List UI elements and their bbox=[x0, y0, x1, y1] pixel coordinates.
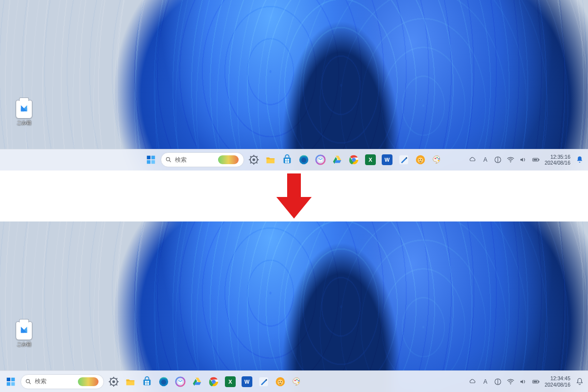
svg-rect-17 bbox=[285, 159, 287, 161]
ime-mode-indicator[interactable]: A bbox=[483, 378, 487, 385]
svg-rect-20 bbox=[287, 161, 289, 163]
svg-line-15 bbox=[256, 156, 258, 158]
taskbar-app-pen-app[interactable] bbox=[257, 375, 270, 389]
taskbar-app-word[interactable]: W bbox=[380, 153, 394, 167]
taskbar-app-settings[interactable] bbox=[247, 153, 261, 167]
clock-time: 12:34:45 bbox=[544, 375, 570, 381]
svg-rect-45 bbox=[11, 382, 15, 385]
svg-rect-2 bbox=[147, 160, 150, 164]
tray-ime-toggle-icon[interactable] bbox=[493, 377, 502, 386]
search-placeholder: 検索 bbox=[175, 156, 215, 164]
tray-volume-icon[interactable] bbox=[519, 155, 528, 164]
svg-point-73 bbox=[279, 381, 280, 382]
svg-line-5 bbox=[170, 161, 171, 162]
tray-battery-icon[interactable] bbox=[532, 155, 540, 164]
notifications-icon[interactable] bbox=[575, 377, 584, 386]
taskbar-app-excel[interactable]: X bbox=[364, 153, 377, 167]
taskbar-app-chrome[interactable] bbox=[347, 153, 361, 167]
tray-ime-a-icon[interactable]: A bbox=[481, 155, 490, 164]
svg-line-54 bbox=[110, 378, 112, 379]
ime-mode-indicator[interactable]: A bbox=[483, 156, 487, 163]
start-button[interactable] bbox=[4, 375, 18, 389]
tray-volume-icon[interactable] bbox=[519, 377, 528, 386]
svg-point-36 bbox=[438, 160, 439, 162]
svg-rect-19 bbox=[285, 161, 287, 163]
wallpaper bbox=[0, 0, 588, 171]
svg-rect-83 bbox=[534, 381, 538, 382]
recycle-bin-icon bbox=[16, 100, 32, 119]
recycle-bin-label: ごみ箱 bbox=[11, 341, 37, 348]
taskbar-app-google-drive[interactable] bbox=[330, 153, 344, 167]
svg-line-13 bbox=[256, 162, 258, 164]
taskbar-app-chrome[interactable] bbox=[207, 375, 220, 389]
svg-rect-82 bbox=[539, 381, 540, 382]
taskbar-app-outlook-new[interactable] bbox=[314, 153, 327, 167]
svg-point-78 bbox=[297, 382, 299, 383]
tray-wifi-icon[interactable] bbox=[506, 155, 515, 164]
taskbar-search[interactable]: 検索 bbox=[21, 374, 104, 389]
taskbar-app-word[interactable]: W bbox=[240, 375, 254, 389]
taskbar-app-lion-app[interactable] bbox=[414, 153, 427, 167]
svg-rect-59 bbox=[145, 381, 147, 383]
taskbar-search[interactable]: 検索 bbox=[161, 152, 244, 167]
taskbar-app-microsoft-store[interactable] bbox=[280, 153, 294, 167]
taskbar-app-paint[interactable] bbox=[290, 375, 304, 389]
taskbar-app-microsoft-store[interactable] bbox=[140, 375, 154, 389]
svg-point-77 bbox=[298, 380, 299, 381]
search-icon bbox=[25, 378, 32, 385]
taskbar-app-outlook-new[interactable] bbox=[173, 375, 187, 389]
search-icon bbox=[165, 156, 172, 163]
recycle-bin[interactable]: ごみ箱 bbox=[11, 100, 37, 126]
taskbar-app-edge[interactable] bbox=[297, 153, 311, 167]
svg-point-34 bbox=[437, 157, 438, 159]
search-highlight-icon bbox=[78, 377, 98, 386]
svg-point-69 bbox=[212, 380, 215, 383]
system-tray: A12:34:452024/08/16 bbox=[468, 371, 584, 392]
taskbar-app-google-drive[interactable] bbox=[190, 375, 204, 389]
svg-point-7 bbox=[252, 159, 255, 162]
svg-rect-42 bbox=[7, 377, 10, 381]
taskbar-app-lion-app[interactable] bbox=[273, 375, 287, 389]
wallpaper bbox=[0, 221, 588, 392]
svg-rect-44 bbox=[7, 382, 10, 385]
svg-point-76 bbox=[296, 379, 298, 380]
svg-point-80 bbox=[510, 383, 511, 384]
svg-line-12 bbox=[250, 156, 252, 158]
tray-battery-icon[interactable] bbox=[532, 377, 540, 386]
svg-point-4 bbox=[166, 158, 170, 161]
svg-rect-58 bbox=[144, 379, 151, 385]
search-highlight-icon bbox=[218, 155, 239, 164]
svg-rect-61 bbox=[145, 383, 147, 385]
svg-point-38 bbox=[510, 162, 511, 163]
desktop-after: ごみ箱 検索 XW A12:34:452024/08/16 bbox=[0, 221, 588, 392]
svg-point-75 bbox=[294, 379, 296, 381]
taskbar-app-file-explorer[interactable] bbox=[264, 153, 277, 167]
taskbar-main-cluster: 検索 XW bbox=[4, 374, 304, 389]
svg-rect-60 bbox=[147, 381, 149, 383]
taskbar-app-pen-app[interactable] bbox=[397, 153, 411, 167]
taskbar-app-excel[interactable]: X bbox=[223, 375, 237, 389]
tray-onedrive-icon[interactable] bbox=[468, 155, 477, 164]
recycle-bin[interactable]: ごみ箱 bbox=[11, 321, 37, 348]
recycle-bin-label: ごみ箱 bbox=[11, 120, 37, 126]
taskbar-clock[interactable]: 12:35:162024/08/16 bbox=[544, 154, 571, 166]
desktop-before: ごみ箱 検索 XW A12:35:162024/08/16 bbox=[0, 0, 588, 171]
tray-ime-toggle-icon[interactable] bbox=[493, 155, 502, 164]
comparison-arrow-area bbox=[0, 171, 588, 221]
taskbar-app-file-explorer[interactable] bbox=[123, 375, 137, 389]
svg-line-57 bbox=[116, 378, 118, 379]
taskbar-clock[interactable]: 12:34:452024/08/16 bbox=[544, 375, 571, 387]
search-placeholder: 検索 bbox=[35, 377, 75, 386]
taskbar-app-settings[interactable] bbox=[107, 375, 121, 389]
notifications-icon[interactable] bbox=[575, 155, 584, 164]
svg-point-33 bbox=[435, 158, 436, 159]
svg-rect-43 bbox=[11, 377, 15, 381]
start-button[interactable] bbox=[144, 153, 158, 167]
tray-onedrive-icon[interactable] bbox=[468, 377, 477, 386]
taskbar-app-edge[interactable] bbox=[157, 375, 171, 389]
tray-ime-a-icon[interactable]: A bbox=[481, 377, 490, 386]
svg-point-32 bbox=[421, 159, 422, 160]
tray-wifi-icon[interactable] bbox=[506, 377, 515, 386]
svg-point-35 bbox=[438, 158, 440, 160]
taskbar-app-paint[interactable] bbox=[430, 153, 444, 167]
